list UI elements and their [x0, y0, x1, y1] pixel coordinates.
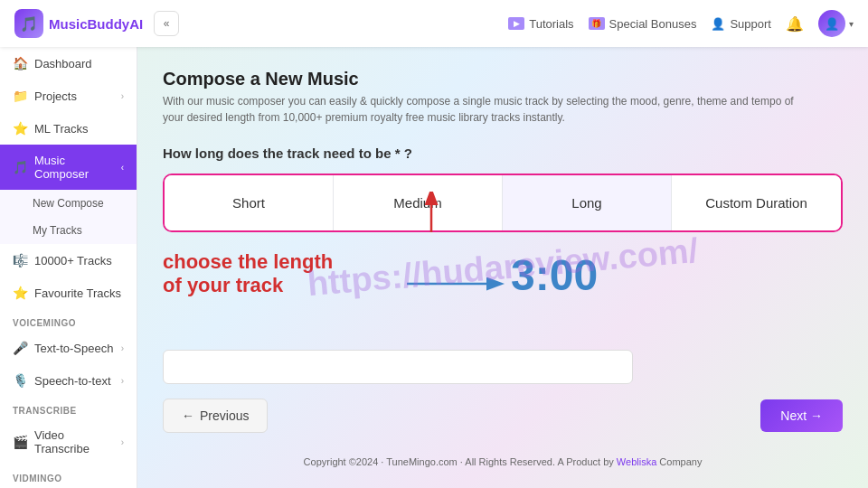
video-transcribe-icon: 🎬	[13, 435, 27, 449]
next-button[interactable]: Next →	[760, 399, 843, 432]
voicemingo-section-label: VOICEMINGO	[0, 309, 137, 332]
sidebar-item-label: Speech-to-text	[34, 374, 111, 388]
chevron-icon: ‹	[121, 163, 124, 173]
track-length-grid: Short Medium Long Custom Duration	[163, 174, 843, 232]
tutorials-icon: ▶	[508, 17, 524, 30]
next-button-label: Next →	[780, 408, 823, 423]
sidebar-item-label: Video Transcribe	[34, 428, 114, 455]
sidebar-item-dashboard[interactable]: 🏠 Dashboard	[0, 47, 137, 80]
sidebar-item-label: Text-to-Speech	[34, 342, 113, 355]
sidebar-item-10k-tracks[interactable]: 🎼 10000+ Tracks	[0, 244, 137, 277]
sidebar: 🏠 Dashboard 📁 Projects › ⭐ ML Tracks 🎵 M…	[0, 47, 137, 488]
sidebar-item-video-transcribe[interactable]: 🎬 Video Transcribe ›	[0, 419, 137, 465]
ml-tracks-icon: ⭐	[13, 121, 27, 136]
annotation-label: choose the lengthof your track	[163, 250, 333, 298]
page-title: Compose a New Music	[163, 69, 843, 89]
chevron-icon: ›	[121, 437, 124, 447]
track-length-question: How long does the track need to be * ?	[163, 145, 843, 161]
sidebar-item-label: Favourite Tracks	[34, 286, 121, 300]
footer-company: Company	[659, 456, 702, 467]
sidebar-item-stt[interactable]: 🎙️ Speech-to-text ›	[0, 364, 137, 397]
logo-icon: 🎵	[14, 9, 43, 38]
logo-area: 🎵 MusicBuddyAI	[14, 9, 143, 38]
stt-icon: 🎙️	[13, 373, 27, 388]
footer-brand-link[interactable]: Webliska	[617, 456, 656, 467]
main-content: https://hudareview.com/ Compose a New Mu…	[137, 47, 868, 488]
footer: Copyright ©2024 · TuneMingo.com · All Ri…	[163, 447, 843, 476]
notifications-bell-icon[interactable]: 🔔	[786, 15, 804, 33]
duration-display: 3:00	[511, 250, 598, 300]
sidebar-sub-item-new-compose[interactable]: New Compose	[0, 190, 137, 217]
support-label: Support	[730, 17, 771, 31]
sidebar-item-favourite-tracks[interactable]: ⭐ Favourite Tracks	[0, 277, 137, 309]
annotation-text-left: choose the lengthof your track	[163, 250, 333, 298]
projects-icon: 📁	[13, 89, 27, 103]
sidebar-item-label: Dashboard	[34, 57, 92, 70]
sidebar-item-label: Music Composer	[34, 154, 114, 181]
support-nav[interactable]: 👤 Support	[711, 17, 771, 31]
track-option-medium[interactable]: Medium	[334, 175, 503, 230]
page-subtitle: With our music composer you can easily &…	[163, 93, 814, 126]
transcribe-section-label: TRANSCRIBE	[0, 397, 137, 419]
track-option-long[interactable]: Long	[503, 175, 672, 230]
vidmingo-section-label: VIDMINGO	[0, 465, 137, 487]
duration-input-bar[interactable]	[163, 350, 633, 384]
prev-button-label: Previous	[200, 408, 249, 423]
right-arrow-icon	[402, 270, 511, 297]
layout: 🏠 Dashboard 📁 Projects › ⭐ ML Tracks 🎵 M…	[0, 47, 868, 488]
music-composer-icon: 🎵	[13, 160, 27, 174]
nav-buttons: ← Previous Next →	[163, 399, 843, 433]
right-arrow-annotation	[402, 270, 511, 301]
duration-annotation-area: choose the lengthof your track 3:00	[163, 250, 843, 341]
music-composer-submenu: New Compose My Tracks	[0, 190, 137, 244]
user-avatar-area[interactable]: 👤 ▾	[818, 10, 854, 37]
sidebar-item-tts[interactable]: 🎤 Text-to-Speech ›	[0, 332, 137, 364]
10k-tracks-icon: 🎼	[13, 253, 27, 267]
logo-text: MusicBuddyAI	[49, 16, 143, 32]
duration-value: 3:00	[511, 251, 598, 299]
track-option-custom[interactable]: Custom Duration	[672, 175, 841, 230]
chevron-icon: ›	[121, 91, 124, 101]
chevron-icon: ›	[121, 343, 124, 353]
favourite-icon: ⭐	[13, 286, 27, 300]
header-left: 🎵 MusicBuddyAI «	[14, 9, 179, 38]
sidebar-item-label: 10000+ Tracks	[34, 254, 112, 267]
sidebar-item-music-composer[interactable]: 🎵 Music Composer ‹	[0, 145, 137, 190]
tutorials-label: Tutorials	[529, 17, 573, 31]
bonuses-nav[interactable]: 🎁 Special Bonuses	[589, 17, 697, 31]
avatar: 👤	[818, 10, 845, 37]
sidebar-item-label: ML Tracks	[34, 122, 88, 136]
sidebar-item-ml-tracks[interactable]: ⭐ ML Tracks	[0, 112, 137, 145]
previous-button[interactable]: ← Previous	[163, 399, 268, 433]
chevron-icon: ›	[121, 376, 124, 386]
sidebar-item-projects[interactable]: 📁 Projects ›	[0, 80, 137, 112]
bonuses-label: Special Bonuses	[609, 17, 697, 31]
sidebar-item-label: Projects	[34, 89, 77, 103]
track-option-short[interactable]: Short	[165, 175, 334, 230]
support-icon: 👤	[711, 17, 725, 31]
tts-icon: 🎤	[13, 341, 27, 355]
header-right: ▶ Tutorials 🎁 Special Bonuses 👤 Support …	[508, 10, 854, 37]
bonuses-icon: 🎁	[589, 17, 605, 30]
sidebar-collapse-button[interactable]: «	[154, 11, 179, 36]
red-arrow-annotation	[420, 192, 442, 237]
tutorials-nav[interactable]: ▶ Tutorials	[508, 17, 573, 31]
avatar-caret-icon: ▾	[849, 19, 854, 29]
header: 🎵 MusicBuddyAI « ▶ Tutorials 🎁 Special B…	[0, 0, 868, 47]
sidebar-sub-item-my-tracks[interactable]: My Tracks	[0, 217, 137, 244]
footer-text: Copyright ©2024 · TuneMingo.com · All Ri…	[304, 456, 614, 467]
dashboard-icon: 🏠	[13, 56, 27, 70]
prev-arrow-icon: ←	[182, 408, 194, 423]
red-up-arrow-icon	[420, 192, 442, 237]
